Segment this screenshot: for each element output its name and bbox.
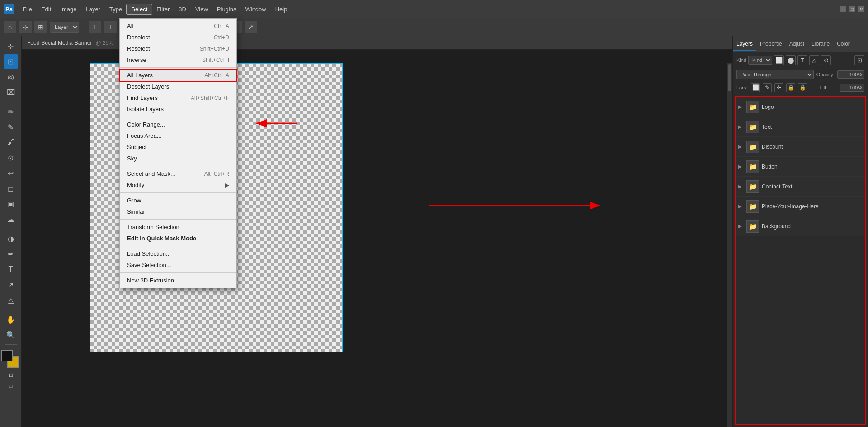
arrange-button[interactable]: ⊞ xyxy=(34,21,47,33)
layer-item-place-image[interactable]: ▶ 📁 Place-Your-Image-Here xyxy=(736,197,865,216)
menu-section-1: All Ctrl+A Deselect Ctrl+D Reselect Shif… xyxy=(120,19,236,68)
align-center-button[interactable]: ⊥ xyxy=(104,21,117,33)
filter-type-button[interactable]: T xyxy=(797,55,807,65)
minimize-button[interactable]: ─ xyxy=(840,6,846,12)
fill-input[interactable] xyxy=(840,84,864,92)
history-tool[interactable]: ↩ xyxy=(4,166,18,180)
menu-item-color-range[interactable]: Color Range... xyxy=(120,119,236,130)
lock-pixels-button[interactable]: ✎ xyxy=(763,83,772,92)
tab-color[interactable]: Color xyxy=(833,38,854,51)
menu-3d[interactable]: 3D xyxy=(174,4,191,14)
opacity-input[interactable]: 100% xyxy=(837,70,864,79)
blend-mode-select[interactable]: Pass Through xyxy=(736,70,814,79)
menu-image[interactable]: Image xyxy=(56,4,81,14)
blur-tool[interactable]: ☁ xyxy=(4,212,18,226)
gradient-tool[interactable]: ▣ xyxy=(4,197,18,211)
menu-item-select-mask-shortcut: Alt+Ctrl+R xyxy=(204,171,229,177)
layer-name-place: Place-Your-Image-Here xyxy=(762,203,863,210)
tab-properties[interactable]: Propertie xyxy=(756,38,786,51)
text-tool[interactable]: T xyxy=(4,262,18,277)
menu-help[interactable]: Help xyxy=(271,4,292,14)
lock-transparent-button[interactable]: ⬜ xyxy=(751,83,760,92)
menu-item-find-layers[interactable]: Find Layers Alt+Shift+Ctrl+F xyxy=(120,92,236,103)
menu-item-load-selection[interactable]: Load Selection... xyxy=(120,248,236,259)
menu-item-subject[interactable]: Subject xyxy=(120,141,236,153)
menu-item-new-3d[interactable]: New 3D Extrusion xyxy=(120,275,236,286)
menu-item-transform-selection[interactable]: Transform Selection xyxy=(120,221,236,233)
menu-file[interactable]: File xyxy=(18,4,37,14)
move-tool[interactable]: ⊹ xyxy=(4,39,18,53)
menu-item-isolate-layers[interactable]: Isolate Layers xyxy=(120,103,236,115)
menu-item-modify-label: Modify xyxy=(127,182,144,188)
menu-item-inverse[interactable]: Inverse Shift+Ctrl+I xyxy=(120,54,236,66)
menu-plugins[interactable]: Plugins xyxy=(212,4,241,14)
menu-view[interactable]: View xyxy=(191,4,212,14)
menu-layer[interactable]: Layer xyxy=(81,4,105,14)
pen-tool[interactable]: ✒ xyxy=(4,247,18,261)
lock-artboard-button[interactable]: 🔒 xyxy=(786,83,795,92)
path-tool[interactable]: ↗ xyxy=(4,277,18,292)
menu-window[interactable]: Window xyxy=(241,4,270,14)
layer-item-text[interactable]: ▶ 📁 Text xyxy=(736,117,865,137)
tab-adjustments[interactable]: Adjust xyxy=(786,38,808,51)
foreground-color[interactable] xyxy=(1,350,13,361)
align-top-button[interactable]: ⊤ xyxy=(89,21,101,33)
close-button[interactable]: ✕ xyxy=(858,6,864,12)
maximize-button[interactable]: □ xyxy=(849,6,855,12)
dodge-tool[interactable]: ◑ xyxy=(4,231,18,246)
menu-item-sky[interactable]: Sky xyxy=(120,153,236,164)
menu-item-reselect[interactable]: Reselect Shift+Ctrl+D xyxy=(120,43,236,54)
menu-item-all-layers[interactable]: All Layers Alt+Ctrl+A xyxy=(120,70,236,81)
menu-type[interactable]: Type xyxy=(105,4,127,14)
menu-item-grow[interactable]: Grow xyxy=(120,195,236,206)
filter-toggle-button[interactable]: ⊡ xyxy=(854,55,864,65)
lasso-tool[interactable]: ◎ xyxy=(4,70,18,84)
menu-item-focus-area[interactable]: Focus Area... xyxy=(120,130,236,141)
stamp-tool[interactable]: ⊙ xyxy=(4,150,18,165)
eraser-tool[interactable]: ◻ xyxy=(4,181,18,196)
menu-item-save-selection[interactable]: Save Selection... xyxy=(120,259,236,271)
screen-mode-button[interactable]: □ xyxy=(4,381,18,391)
heal-tool[interactable]: ✎ xyxy=(4,120,18,134)
filter-adjust-button[interactable]: ⬤ xyxy=(786,55,796,65)
3d-zoom-button[interactable]: ⤢ xyxy=(245,21,257,33)
layer-item-background[interactable]: ▶ 📁 Background xyxy=(736,216,865,236)
menu-item-similar[interactable]: Similar xyxy=(120,206,236,217)
menu-item-select-mask[interactable]: Select and Mask... Alt+Ctrl+R xyxy=(120,168,236,179)
vertical-scrollbar[interactable] xyxy=(727,63,732,427)
shape-tool[interactable]: △ xyxy=(4,293,18,307)
menu-item-all[interactable]: All Ctrl+A xyxy=(120,20,236,32)
menu-item-quick-mask[interactable]: Edit in Quick Mask Mode xyxy=(120,233,236,244)
layer-item-button[interactable]: ▶ 📁 Button xyxy=(736,157,865,177)
menu-filter[interactable]: Filter xyxy=(152,4,174,14)
layer-chevron-bg: ▶ xyxy=(738,224,744,229)
move-tool-button[interactable]: ⊹ xyxy=(19,21,32,33)
layer-item-logo[interactable]: ▶ 📁 Logo xyxy=(736,97,865,117)
arrow-to-layers-panel xyxy=(429,197,609,215)
tab-layers[interactable]: Layers xyxy=(733,38,756,51)
eyedropper-tool[interactable]: ✏ xyxy=(4,104,18,119)
home-button[interactable]: ⌂ xyxy=(4,21,16,33)
layer-item-discount[interactable]: ▶ 📁 Discount xyxy=(736,137,865,157)
layer-item-contact-text[interactable]: ▶ 📁 Contact-Text xyxy=(736,177,865,197)
menu-select[interactable]: Select xyxy=(127,4,152,14)
menu-edit[interactable]: Edit xyxy=(37,4,56,14)
lock-position-button[interactable]: ✛ xyxy=(774,83,783,92)
tab-libraries[interactable]: Librarie xyxy=(808,38,833,51)
filter-shape-button[interactable]: △ xyxy=(809,55,819,65)
menu-item-deselect[interactable]: Deselect Ctrl+D xyxy=(120,32,236,43)
lock-all-button[interactable]: 🔒 xyxy=(798,83,807,92)
filter-pixel-button[interactable]: ⬜ xyxy=(774,55,784,65)
quick-mask-button[interactable]: ⊞ xyxy=(4,370,18,380)
brush-tool[interactable]: 🖌 xyxy=(4,135,18,150)
menu-item-deselect-layers[interactable]: Deselect Layers xyxy=(120,81,236,92)
select-tool[interactable]: ⊡ xyxy=(4,54,18,69)
menu-item-modify[interactable]: Modify ▶ xyxy=(120,179,236,191)
crop-tool[interactable]: ⌧ xyxy=(4,85,18,99)
zoom-tool[interactable]: 🔍 xyxy=(4,328,18,342)
filter-smart-button[interactable]: ⊙ xyxy=(821,55,831,65)
kind-select[interactable]: Kind xyxy=(748,56,772,65)
layer-name-logo: Logo xyxy=(762,104,863,110)
layer-select[interactable]: Layer xyxy=(50,22,79,33)
hand-tool[interactable]: ✋ xyxy=(4,312,18,327)
